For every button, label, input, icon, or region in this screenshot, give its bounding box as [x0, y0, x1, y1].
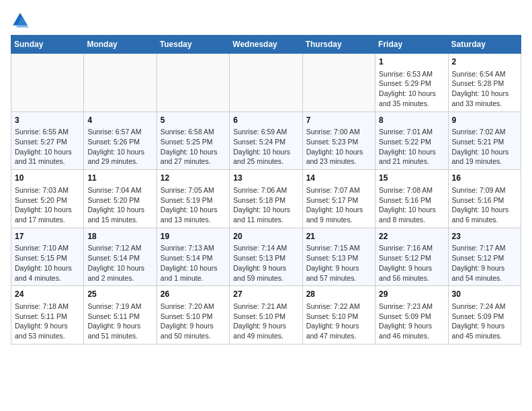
calendar-cell: 23Sunrise: 7:17 AM Sunset: 5:12 PM Dayli…: [448, 228, 521, 286]
day-number: 14: [306, 173, 371, 184]
calendar-cell: 10Sunrise: 7:03 AM Sunset: 5:20 PM Dayli…: [11, 170, 84, 228]
calendar-cell: 24Sunrise: 7:18 AM Sunset: 5:11 PM Dayli…: [11, 286, 84, 345]
calendar-cell: 17Sunrise: 7:10 AM Sunset: 5:15 PM Dayli…: [11, 228, 84, 286]
day-info: Sunrise: 7:08 AM Sunset: 5:16 PM Dayligh…: [379, 185, 444, 225]
weekday-header-tuesday: Tuesday: [157, 36, 229, 54]
calendar-cell: [84, 54, 157, 112]
calendar-cell: 9Sunrise: 7:02 AM Sunset: 5:21 PM Daylig…: [448, 111, 521, 170]
day-number: 5: [161, 115, 226, 126]
day-info: Sunrise: 7:24 AM Sunset: 5:09 PM Dayligh…: [452, 302, 517, 341]
calendar-week-1: 1Sunrise: 6:53 AM Sunset: 5:29 PM Daylig…: [11, 54, 521, 112]
day-number: 8: [379, 115, 444, 126]
calendar-cell: 27Sunrise: 7:21 AM Sunset: 5:10 PM Dayli…: [230, 286, 302, 345]
calendar-cell: 19Sunrise: 7:13 AM Sunset: 5:14 PM Dayli…: [157, 228, 229, 286]
day-info: Sunrise: 7:05 AM Sunset: 5:19 PM Dayligh…: [161, 185, 226, 225]
calendar-cell: [230, 54, 302, 112]
day-info: Sunrise: 6:55 AM Sunset: 5:27 PM Dayligh…: [15, 127, 80, 167]
calendar-cell: 16Sunrise: 7:09 AM Sunset: 5:16 PM Dayli…: [448, 170, 521, 228]
day-number: 22: [379, 231, 444, 242]
calendar-cell: [11, 54, 84, 112]
day-number: 19: [161, 231, 226, 242]
weekday-header-saturday: Saturday: [448, 36, 521, 54]
day-info: Sunrise: 7:12 AM Sunset: 5:14 PM Dayligh…: [87, 243, 152, 283]
calendar-cell: 30Sunrise: 7:24 AM Sunset: 5:09 PM Dayli…: [448, 286, 521, 345]
day-number: 6: [233, 115, 298, 126]
calendar-week-2: 3Sunrise: 6:55 AM Sunset: 5:27 PM Daylig…: [11, 111, 521, 170]
day-number: 17: [15, 231, 80, 242]
day-number: 1: [379, 56, 444, 68]
day-number: 9: [452, 115, 517, 126]
day-number: 30: [452, 289, 517, 300]
weekday-header-monday: Monday: [84, 36, 157, 54]
day-number: 25: [87, 289, 152, 300]
calendar-cell: 13Sunrise: 7:06 AM Sunset: 5:18 PM Dayli…: [230, 170, 302, 228]
day-number: 27: [233, 289, 298, 300]
calendar-cell: 25Sunrise: 7:19 AM Sunset: 5:11 PM Dayli…: [84, 286, 157, 345]
day-info: Sunrise: 7:20 AM Sunset: 5:10 PM Dayligh…: [161, 302, 226, 341]
calendar-table: SundayMondayTuesdayWednesdayThursdayFrid…: [11, 35, 521, 345]
weekday-header-wednesday: Wednesday: [230, 36, 302, 54]
day-info: Sunrise: 7:04 AM Sunset: 5:20 PM Dayligh…: [87, 185, 152, 225]
day-info: Sunrise: 7:16 AM Sunset: 5:12 PM Dayligh…: [379, 243, 444, 283]
day-number: 23: [452, 231, 517, 242]
day-info: Sunrise: 7:03 AM Sunset: 5:20 PM Dayligh…: [15, 185, 80, 225]
calendar-cell: 22Sunrise: 7:16 AM Sunset: 5:12 PM Dayli…: [375, 228, 448, 286]
day-number: 4: [87, 115, 152, 126]
calendar-cell: 15Sunrise: 7:08 AM Sunset: 5:16 PM Dayli…: [375, 170, 448, 228]
calendar-cell: 12Sunrise: 7:05 AM Sunset: 5:19 PM Dayli…: [157, 170, 229, 228]
calendar-cell: 20Sunrise: 7:14 AM Sunset: 5:13 PM Dayli…: [230, 228, 302, 286]
day-info: Sunrise: 7:01 AM Sunset: 5:22 PM Dayligh…: [379, 127, 444, 167]
day-number: 20: [233, 231, 298, 242]
calendar-cell: 29Sunrise: 7:23 AM Sunset: 5:09 PM Dayli…: [375, 286, 448, 345]
calendar-cell: 4Sunrise: 6:57 AM Sunset: 5:26 PM Daylig…: [84, 111, 157, 170]
calendar-cell: 3Sunrise: 6:55 AM Sunset: 5:27 PM Daylig…: [11, 111, 84, 170]
day-info: Sunrise: 6:58 AM Sunset: 5:25 PM Dayligh…: [161, 127, 226, 167]
day-info: Sunrise: 7:07 AM Sunset: 5:17 PM Dayligh…: [306, 185, 371, 225]
day-info: Sunrise: 7:21 AM Sunset: 5:10 PM Dayligh…: [233, 302, 298, 341]
weekday-header-thursday: Thursday: [302, 36, 375, 54]
day-info: Sunrise: 7:23 AM Sunset: 5:09 PM Dayligh…: [379, 302, 444, 341]
day-number: 18: [87, 231, 152, 242]
day-number: 13: [233, 173, 298, 184]
calendar-cell: 28Sunrise: 7:22 AM Sunset: 5:10 PM Dayli…: [302, 286, 375, 345]
day-number: 7: [306, 115, 371, 126]
day-number: 12: [161, 173, 226, 184]
calendar-cell: 8Sunrise: 7:01 AM Sunset: 5:22 PM Daylig…: [375, 111, 448, 170]
day-number: 10: [15, 173, 80, 184]
day-number: 29: [379, 289, 444, 300]
day-info: Sunrise: 7:22 AM Sunset: 5:10 PM Dayligh…: [306, 302, 371, 341]
day-number: 3: [15, 115, 80, 126]
weekday-header-sunday: Sunday: [11, 36, 84, 54]
calendar-cell: [302, 54, 375, 112]
calendar-week-3: 10Sunrise: 7:03 AM Sunset: 5:20 PM Dayli…: [11, 170, 521, 228]
day-number: 11: [87, 173, 152, 184]
day-number: 24: [15, 289, 80, 300]
day-info: Sunrise: 7:15 AM Sunset: 5:13 PM Dayligh…: [306, 243, 371, 283]
calendar-cell: 6Sunrise: 6:59 AM Sunset: 5:24 PM Daylig…: [230, 111, 302, 170]
day-info: Sunrise: 6:59 AM Sunset: 5:24 PM Dayligh…: [233, 127, 298, 167]
day-info: Sunrise: 7:13 AM Sunset: 5:14 PM Dayligh…: [161, 243, 226, 283]
weekday-header-friday: Friday: [375, 36, 448, 54]
calendar-cell: [157, 54, 229, 112]
calendar-cell: 14Sunrise: 7:07 AM Sunset: 5:17 PM Dayli…: [302, 170, 375, 228]
day-info: Sunrise: 7:00 AM Sunset: 5:23 PM Dayligh…: [306, 127, 371, 167]
day-info: Sunrise: 7:02 AM Sunset: 5:21 PM Dayligh…: [452, 127, 517, 167]
day-info: Sunrise: 7:06 AM Sunset: 5:18 PM Dayligh…: [233, 185, 298, 225]
day-info: Sunrise: 7:19 AM Sunset: 5:11 PM Dayligh…: [87, 302, 152, 341]
calendar-cell: 5Sunrise: 6:58 AM Sunset: 5:25 PM Daylig…: [157, 111, 229, 170]
day-number: 26: [161, 289, 226, 300]
calendar-cell: 18Sunrise: 7:12 AM Sunset: 5:14 PM Dayli…: [84, 228, 157, 286]
page-header: [11, 11, 521, 30]
day-info: Sunrise: 7:17 AM Sunset: 5:12 PM Dayligh…: [452, 243, 517, 283]
day-number: 15: [379, 173, 444, 184]
calendar-week-5: 24Sunrise: 7:18 AM Sunset: 5:11 PM Dayli…: [11, 286, 521, 345]
day-info: Sunrise: 7:10 AM Sunset: 5:15 PM Dayligh…: [15, 243, 80, 283]
day-number: 28: [306, 289, 371, 300]
day-info: Sunrise: 6:57 AM Sunset: 5:26 PM Dayligh…: [87, 127, 152, 167]
logo-icon: [11, 11, 30, 30]
day-info: Sunrise: 7:18 AM Sunset: 5:11 PM Dayligh…: [15, 302, 80, 341]
logo: [11, 11, 32, 30]
calendar-cell: 21Sunrise: 7:15 AM Sunset: 5:13 PM Dayli…: [302, 228, 375, 286]
calendar-cell: 26Sunrise: 7:20 AM Sunset: 5:10 PM Dayli…: [157, 286, 229, 345]
calendar-cell: 2Sunrise: 6:54 AM Sunset: 5:28 PM Daylig…: [448, 54, 521, 112]
